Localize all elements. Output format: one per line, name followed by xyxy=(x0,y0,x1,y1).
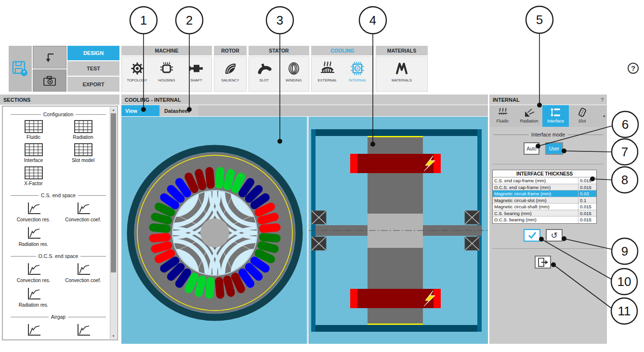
section-item-airgap-1[interactable] xyxy=(9,323,58,337)
table-row[interactable]: C.S. end cap-frame (mm) 0.015 xyxy=(493,177,596,184)
group-header-airgap: Airgap xyxy=(11,314,106,320)
internal-panel: Fluidic Radiation Interface xyxy=(489,105,607,344)
screenshot-button[interactable] xyxy=(33,69,66,92)
table-row[interactable]: C.S. bearing (mm) 0.015 xyxy=(493,210,596,217)
undo-icon: ↺ xyxy=(551,231,557,240)
table-row[interactable]: O.C.S. end cap-frame (mm) 0.015 xyxy=(493,184,596,191)
save-icon: * xyxy=(12,61,28,77)
value-cell[interactable]: 0.015 xyxy=(578,203,596,210)
callout-number: 9 xyxy=(621,244,628,258)
section-item-ocs-convection-coef[interactable]: Convection coef. xyxy=(58,262,108,283)
value-cell[interactable]: 0.015 xyxy=(578,184,596,190)
tab-scroll-right-icon[interactable]: ▸ xyxy=(604,114,605,118)
export-mode-button[interactable]: EXPORT xyxy=(67,77,119,92)
panel-help-icon[interactable]: ? xyxy=(601,97,604,103)
topology-button[interactable]: TOPOLOGY xyxy=(123,57,152,91)
winding-button[interactable]: WINDING xyxy=(279,57,308,91)
design-mode-button[interactable]: DESIGN xyxy=(67,46,119,60)
stator-group-title: STATOR xyxy=(249,46,309,55)
value-cell[interactable]: 0.015 xyxy=(578,210,596,217)
table-row[interactable]: Magnetic circuit-shaft (mm) 0.015 xyxy=(493,203,596,210)
application-window: * DESIGN TEST EXPORT MACHINE xyxy=(0,0,644,352)
shaft-button[interactable]: SHAFT xyxy=(182,57,211,91)
auto-mode-button[interactable]: Auto xyxy=(524,142,539,155)
section-item-radiation[interactable]: Radiation xyxy=(58,120,108,140)
section-item-slot-model[interactable]: Slot model xyxy=(58,143,108,163)
table-icon xyxy=(25,120,43,133)
tab-view[interactable]: View xyxy=(121,105,159,116)
slot-model-icon xyxy=(577,108,588,117)
cooling-group-title: COOLING xyxy=(311,46,374,55)
test-label: TEST xyxy=(87,66,100,71)
toolbar-group-materials: MATERIALS MATERIALS xyxy=(376,46,428,92)
value-cell[interactable]: 0.1 xyxy=(578,197,596,203)
main-header: COOLING - INTERNAL xyxy=(121,95,488,105)
materials-button[interactable]: MATERIALS xyxy=(387,57,416,91)
materials-group-title: MATERIALS xyxy=(376,46,428,55)
callout-number: 6 xyxy=(622,117,629,132)
curve-icon xyxy=(26,262,42,276)
section-item-cs-convection-coef[interactable]: Convection coef. xyxy=(58,201,108,222)
cooling-external-button[interactable]: EXTERNAL xyxy=(313,57,342,91)
tab-datasheet[interactable]: Datasheet xyxy=(160,105,198,116)
section-item-x-factor[interactable]: X-Factor xyxy=(9,166,58,186)
scrollbar-thumb[interactable] xyxy=(111,113,116,272)
section-item-interface[interactable]: Interface xyxy=(9,143,58,163)
value-cell[interactable]: 0.015 xyxy=(578,217,596,223)
curve-icon xyxy=(75,262,92,276)
tab-interface[interactable]: Interface xyxy=(542,105,569,127)
tab-fluidic[interactable]: Fluidic xyxy=(489,105,516,127)
section-item-airgap-2[interactable] xyxy=(58,323,108,337)
tab-slot[interactable]: Slot xyxy=(569,105,595,127)
frame-bottom xyxy=(311,325,482,332)
saliency-button[interactable]: SALIENCY xyxy=(216,57,245,91)
value-cell[interactable]: 0.015 xyxy=(578,177,596,184)
export-results-button[interactable] xyxy=(535,256,551,269)
cooling-internal-button[interactable]: INTERNAL xyxy=(343,57,372,91)
table-row[interactable]: Magnetic circuit-slot (mm) 0.1 xyxy=(493,197,596,204)
callout-number: 4 xyxy=(369,13,376,27)
interface-icon xyxy=(550,108,562,117)
value-cell[interactable]: 0.03 xyxy=(578,190,596,197)
toolbar-group-stator: STATOR SLOT WINDING xyxy=(249,46,309,92)
test-mode-button[interactable]: TEST xyxy=(67,61,119,76)
group-header-cs-end-space: C.S. end space xyxy=(11,192,106,198)
slot-button[interactable]: SLOT xyxy=(250,57,278,91)
section-item-ocs-radiation-res[interactable]: Radiation res. xyxy=(9,286,58,308)
save-button[interactable]: * xyxy=(9,46,32,92)
table-icon xyxy=(25,143,43,156)
reset-button[interactable]: ↺ xyxy=(546,229,563,242)
tab-radiation[interactable]: Radiation xyxy=(516,105,542,127)
section-item-fluidic[interactable]: Fluidic xyxy=(9,120,58,140)
sections-list: Configuration Fluidic xyxy=(3,107,110,339)
user-mode-button[interactable]: User xyxy=(545,142,563,155)
curve-icon xyxy=(26,323,42,337)
scroll-up-icon[interactable]: ▲ xyxy=(110,107,117,113)
divider xyxy=(492,164,604,164)
sections-panel: Configuration Fluidic xyxy=(2,106,118,340)
fluidic-icon xyxy=(497,108,509,117)
import-button[interactable] xyxy=(33,46,66,68)
apply-button[interactable] xyxy=(524,229,540,242)
pane-divider xyxy=(307,117,309,344)
housing-button[interactable]: HOUSING xyxy=(152,57,181,91)
help-button[interactable]: ? xyxy=(628,63,639,74)
axial-cross-section-view[interactable] xyxy=(309,117,488,344)
radial-cross-section-view[interactable] xyxy=(121,117,307,344)
section-item-cs-radiation-res[interactable]: Radiation res. xyxy=(9,226,58,247)
section-item-cs-convection-res[interactable]: Convection res. xyxy=(9,201,58,222)
materials-icon xyxy=(394,60,409,77)
return-arrow-icon xyxy=(43,51,56,64)
table-row[interactable]: O.C.S. bearing (mm) 0.015 xyxy=(493,217,596,223)
section-item-ocs-convection-res[interactable]: Convection res. xyxy=(9,262,58,283)
check-icon xyxy=(527,231,538,240)
scroll-down-icon[interactable]: ▼ xyxy=(110,333,117,339)
sections-scrollbar[interactable]: ▲ ▼ xyxy=(110,107,117,339)
machine-group-title: MACHINE xyxy=(121,46,212,55)
slot-icon xyxy=(256,60,272,77)
rotor-group-title: ROTOR xyxy=(214,46,247,55)
table-row-selected[interactable]: Magnetic circuit-frame (mm) 0.03 xyxy=(493,190,596,197)
internal-panel-header: INTERNAL ? xyxy=(489,95,607,105)
divider xyxy=(492,248,604,249)
help-question-mark: ? xyxy=(631,64,635,72)
